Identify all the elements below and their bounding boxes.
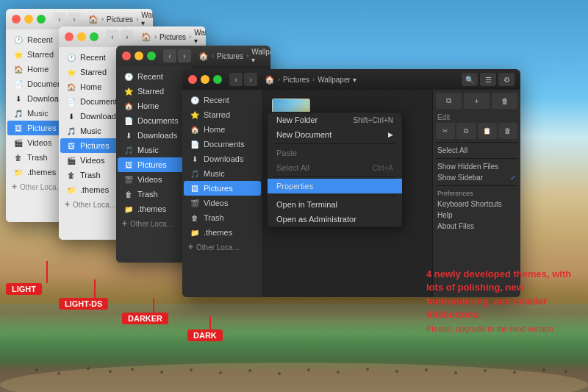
forward-button-3[interactable]: › [178, 49, 191, 63]
breadcrumb-home-2[interactable]: 🏠 [141, 32, 151, 42]
breadcrumb-wallpaper-4[interactable]: Wallpaper ▾ [318, 76, 356, 84]
maximize-button-4[interactable] [213, 75, 222, 84]
show-sidebar-item[interactable]: Show Sidebar ✓ [436, 172, 517, 183]
sidebar-downloads-4[interactable]: ⬇ Downloads [184, 152, 261, 166]
sidebar-music-3[interactable]: 🎵 Music [118, 143, 191, 157]
cm-divider-2 [273, 177, 396, 177]
breadcrumb-home-3[interactable]: 🏠 [198, 51, 209, 61]
divider-3 [436, 185, 517, 186]
maximize-button[interactable] [37, 15, 46, 24]
maximize-button-3[interactable] [147, 51, 156, 60]
sidebar-music-4[interactable]: 🎵 Music [184, 166, 261, 181]
breadcrumb-home[interactable]: 🏠 [88, 15, 98, 24]
cm-new-document[interactable]: New Document ▶ [268, 127, 402, 142]
sidebar-home-4[interactable]: 🏠 Home [184, 122, 261, 137]
light-arrow-line [46, 261, 48, 283]
help-item[interactable]: Help [436, 210, 517, 221]
paste-button[interactable]: 📋 [478, 123, 497, 139]
select-all-item[interactable]: Select All [436, 145, 517, 156]
cut-button[interactable]: ✂ [436, 123, 455, 139]
close-button-2[interactable] [65, 32, 74, 41]
breadcrumb-wallpaper-3[interactable]: Wallpaper ▾ [251, 48, 270, 64]
minimize-button-4[interactable] [201, 75, 209, 84]
cm-paste[interactable]: Paste [268, 146, 402, 160]
close-button[interactable] [12, 15, 21, 24]
breadcrumb-home-4[interactable]: 🏠 [265, 75, 275, 85]
back-button[interactable]: ‹ [53, 13, 66, 26]
light-label: LIGHT [6, 283, 42, 295]
forward-button-4[interactable]: › [244, 73, 257, 86]
minimize-button-3[interactable] [135, 51, 143, 60]
nav-arrows-4: ‹ › [229, 73, 257, 86]
breadcrumb-pictures[interactable]: Pictures [107, 15, 133, 24]
nav-arrows-3: ‹ › [163, 49, 191, 63]
back-button-2[interactable]: ‹ [106, 30, 119, 43]
breadcrumb-pictures-2[interactable]: Pictures [159, 33, 186, 41]
delete-btn2[interactable]: 🗑 [498, 123, 517, 139]
copy-btn2[interactable]: ⧉ [456, 123, 476, 139]
minimize-button-2[interactable] [77, 32, 86, 41]
sidebar-pictures-3[interactable]: 🖼 Pictures [118, 157, 191, 172]
close-button-4[interactable] [188, 75, 197, 84]
breadcrumb-pictures-3[interactable]: Pictures [217, 52, 243, 60]
star-icon: ⭐ [13, 49, 24, 60]
delete-button[interactable]: 🗑 [492, 93, 517, 109]
recent-icon: 🕐 [13, 35, 24, 45]
sidebar-dark: 🕐 Recent ⭐ Starred 🏠 Home 📄 Documents ⬇ … [182, 90, 263, 297]
right-panel-toolbar: ⧉ + 🗑 [436, 93, 517, 109]
sidebar-videos-4[interactable]: 🎬 Videos [184, 196, 261, 210]
close-button-3[interactable] [122, 51, 131, 60]
check-icon: ✓ [510, 174, 516, 182]
cm-select-all[interactable]: Select All Ctrl+A [268, 160, 402, 175]
videos-icon: 🎬 [13, 138, 24, 148]
back-button-4[interactable]: ‹ [229, 73, 243, 86]
settings-button-4[interactable]: ⚙ [498, 73, 514, 86]
sidebar-trash-4[interactable]: 🗑 Trash [184, 210, 261, 225]
dark-arrow-line [209, 316, 211, 329]
cm-new-folder[interactable]: New Folder Shift+Ctrl+N [268, 113, 402, 127]
search-button-4[interactable]: 🔍 [462, 73, 478, 86]
edit-section-label: Edit [436, 113, 517, 121]
context-menu: New Folder Shift+Ctrl+N New Document ▶ P… [267, 112, 403, 227]
sidebar-documents-3[interactable]: 📄 Documents [118, 113, 191, 128]
view-button-4[interactable]: ☰ [480, 73, 496, 86]
sidebar-themes-3[interactable]: 📁 .themes [118, 202, 191, 216]
minimize-button[interactable] [24, 15, 33, 24]
breadcrumb-pictures-4[interactable]: Pictures [283, 76, 309, 84]
cm-open-terminal[interactable]: Open in Terminal [268, 197, 402, 212]
about-item[interactable]: About Files [436, 221, 517, 232]
breadcrumb-2: 🏠 › Pictures › Wallpaper ▾ [141, 29, 206, 45]
edit-toolbar: ✂ ⧉ 📋 🗑 [436, 123, 517, 139]
add-button[interactable]: + [464, 93, 490, 109]
sidebar-trash-3[interactable]: 🗑 Trash [118, 187, 191, 202]
info-sub-text: Please, upgrade to the next version [426, 324, 573, 333]
sidebar-other-4[interactable]: + Other Loca… [182, 240, 262, 254]
keyboard-shortcuts-item[interactable]: Keyboard Shortcuts [436, 199, 517, 210]
sidebar-starred-4[interactable]: ⭐ Starred [184, 107, 261, 122]
sidebar-recent-4[interactable]: 🕐 Recent [184, 93, 261, 107]
darker-label: DARKER [122, 313, 168, 324]
sidebar-downloads-3[interactable]: ⬇ Downloads [118, 128, 191, 143]
breadcrumb-wallpaper[interactable]: Wallpaper ▾ [141, 11, 153, 27]
cm-properties[interactable]: Properties [268, 179, 402, 193]
copy-button[interactable]: ⧉ [436, 93, 462, 109]
cm-open-admin[interactable]: Open as Administrator [268, 212, 402, 227]
cm-divider-1 [273, 143, 396, 144]
sidebar-starred-3[interactable]: ⭐ Starred [118, 84, 191, 99]
sidebar-home-3[interactable]: 🏠 Home [118, 99, 191, 113]
forward-button-2[interactable]: › [121, 30, 134, 43]
sidebar-videos-3[interactable]: 🎬 Videos [118, 172, 191, 187]
show-hidden-item[interactable]: Show Hidden Files [436, 161, 517, 172]
breadcrumb-wallpaper-2[interactable]: Wallpaper ▾ [194, 29, 206, 45]
downloads-icon: ⬇ [13, 93, 24, 104]
forward-button[interactable]: › [68, 13, 81, 26]
maximize-button-2[interactable] [90, 32, 98, 41]
sidebar-recent-3[interactable]: 🕐 Recent [118, 69, 191, 84]
sidebar-themes-4[interactable]: 📁 .themes [184, 225, 261, 240]
back-button-3[interactable]: ‹ [163, 49, 176, 63]
darker-arrow-line [153, 298, 154, 313]
preferences-label: Preferences [436, 188, 517, 199]
sidebar-documents-4[interactable]: 📄 Documents [184, 137, 261, 152]
sidebar-other-3[interactable]: + Other Loca… [116, 216, 193, 231]
sidebar-pictures-4[interactable]: 🖼 Pictures [184, 181, 261, 196]
